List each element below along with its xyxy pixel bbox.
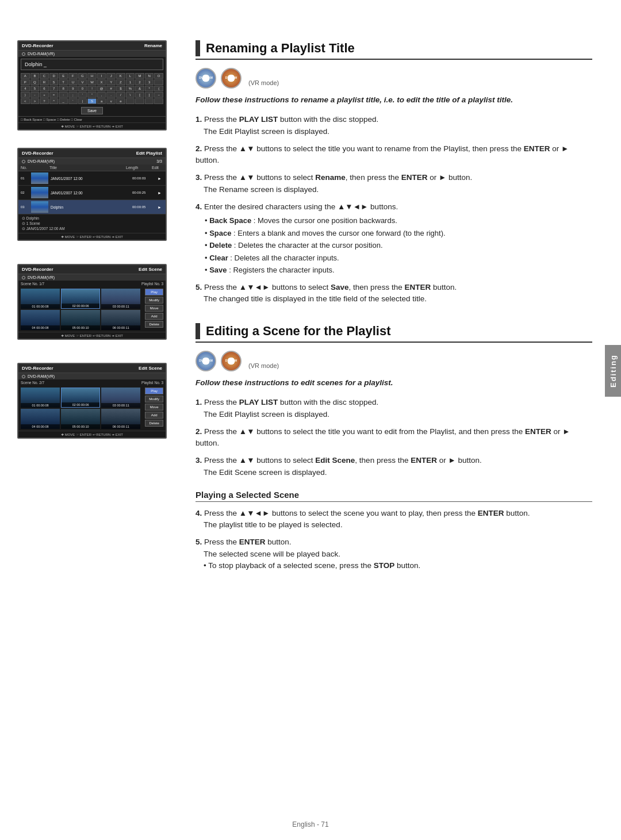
add-btn-1[interactable]: Add <box>145 313 163 320</box>
step-1-5: 5. Press the ▲▼◄► buttons to select Save… <box>195 282 592 305</box>
char-N: N <box>145 73 154 79</box>
playlist-row-1: 01 JAN/01/2007 12:00 00:00:03 ► <box>18 171 166 186</box>
legend-row: □ Back Space □ Space □ Delete □ Clear <box>18 116 166 122</box>
scene-thumb-s4: 04 00:00:08 <box>21 409 60 429</box>
edit-playlist-subheader: DVD-RAM(VR) 3/3 <box>18 158 166 164</box>
char-W: W <box>87 79 97 85</box>
char-xx1 <box>126 98 135 104</box>
char-lb: [ <box>135 92 144 98</box>
rename-input: Dolphin _ <box>21 59 163 70</box>
char-dollar: $ <box>116 86 125 91</box>
char-T: T <box>59 79 68 85</box>
char-caret: ^ <box>49 98 59 104</box>
section-rename: Renaming a Playlist Title DVD-RAM DVD-RW… <box>195 40 592 305</box>
char-I: I <box>97 73 106 79</box>
vr-mode-label-2: (VR mode) <box>248 362 279 369</box>
nav-row-2: ❖ MOVE ☞ ENTER ↩ RETURN ↠ EXIT <box>18 233 166 240</box>
rename-screen-title: DVD-Recorder <box>22 43 53 48</box>
playlist-table-header: No. Title Length Edit <box>18 164 166 171</box>
char-5: 5 <box>30 86 40 91</box>
char-F: F <box>68 73 78 79</box>
section-header-bar-icon <box>195 40 200 56</box>
delete-btn-2[interactable]: Delete <box>145 420 163 427</box>
modify-btn-2[interactable]: Modify <box>145 396 163 402</box>
char-space <box>154 79 163 85</box>
char-tilde: ~ <box>154 92 163 98</box>
scene-grid-1: 01 00:00:08 02 00:00:06 03 00:00:11 04 0… <box>18 287 143 332</box>
char-comma: , <box>97 92 106 98</box>
char-B: B <box>30 73 40 79</box>
char-V: V <box>78 79 87 85</box>
rename-screen-subheader: DVD-RAM(VR) <box>18 51 166 57</box>
char-xx4 <box>154 98 163 104</box>
dvd-rw-mode-icon: DVD-RW <box>221 68 241 89</box>
section2-intro: Follow these instructions to edit scenes… <box>195 377 592 389</box>
thumb-2 <box>31 187 48 198</box>
section-edit-scene: Editing a Scene for the Playlist DVD-RAM… <box>195 323 592 571</box>
nav-row-3: ❖ MOVE ☞ ENTER ↩ RETURN ↠ EXIT <box>18 332 166 339</box>
char-exc: ! <box>87 86 97 91</box>
dvd-ram-mode-icon-2: DVD-RAM <box>195 351 216 371</box>
char-3: 3 <box>145 79 154 85</box>
section1-intro: Follow these instructions to rename a pl… <box>195 94 592 106</box>
char-dquote: " <box>87 92 97 98</box>
scene-content-2: 01 00:00:08 02 00:00:06 03 00:00:11 04 0… <box>18 386 166 431</box>
thumb-3 <box>31 201 48 213</box>
move-btn-2[interactable]: Move <box>145 404 163 411</box>
dvd-rw-disc-icon-2: DVD-RW <box>221 351 241 371</box>
edit-scene-header-2: DVD-Recorder Edit Scene <box>18 364 166 373</box>
char-slash: / <box>116 92 125 98</box>
step-1-2: 2. Press the ▲▼ buttons to select the ti… <box>195 143 592 167</box>
playlist-row-2: 02 JAN/01/2007 12:00 00:00:25 ► <box>18 186 166 200</box>
dvd-rw-disc-icon: DVD-RW <box>221 68 241 89</box>
substep-save: Save : Registers the character inputs. <box>205 264 592 276</box>
modify-btn-1[interactable]: Modify <box>145 297 163 304</box>
scene-thumb-s5: 05 00:00:10 <box>61 409 100 429</box>
scene-thumb-6: 06 00:00:11 <box>101 310 140 330</box>
add-btn-2[interactable]: Add <box>145 412 163 419</box>
nav-row-4: ❖ MOVE ☞ ENTER ↩ RETURN ↠ EXIT <box>18 431 166 438</box>
scene-thumb-s6: 06 00:00:11 <box>101 409 140 429</box>
char-Y: Y <box>106 79 116 85</box>
mode-icons-2: DVD-RAM DVD-RW (VR mode) <box>195 351 592 371</box>
char-rp: ) <box>21 92 30 98</box>
step-1-3: 3. Press the ▲▼ buttons to select Rename… <box>195 172 592 195</box>
save-button[interactable]: Save <box>81 107 103 114</box>
dvd-ram-mode-icon: DVD-RAM <box>195 68 216 89</box>
char-xx2 <box>135 98 144 104</box>
char-Q: Q <box>30 79 40 85</box>
char-9: 9 <box>68 86 78 91</box>
subsection-steps: 4. Press the ▲▼◄► buttons to select the … <box>195 508 592 571</box>
section-edit-scene-title: Editing a Scene for the Playlist <box>206 324 391 339</box>
char-star: * <box>145 86 154 91</box>
char-D: D <box>49 73 59 79</box>
move-btn-1[interactable]: Move <box>145 305 163 312</box>
char-2: 2 <box>135 79 144 85</box>
char-colon: : <box>59 92 68 98</box>
scene-info-row-1: Scene No. 1/7 Playlist No. 3 <box>18 281 166 287</box>
scene-thumb-1: 01 00:00:08 <box>21 289 60 309</box>
char-4: 4 <box>21 86 30 91</box>
delete-btn-1[interactable]: Delete <box>145 321 163 328</box>
step-sub-4: 4. Press the ▲▼◄► buttons to select the … <box>195 508 592 531</box>
char-at: @ <box>97 86 106 91</box>
char-S: S <box>49 79 59 85</box>
step-1-4-substeps: Back Space : Moves the cursor one positi… <box>195 215 592 276</box>
scene-actions-1: Play Modify Move Add Delete <box>143 287 166 332</box>
scene-content-1: 01 00:00:08 02 00:00:06 03 00:00:11 04 0… <box>18 287 166 332</box>
play-btn-2[interactable]: Play <box>145 388 163 394</box>
subsection-title: Playing a Selected Scene <box>195 490 592 500</box>
edit-scene-screen-mockup-2: DVD-Recorder Edit Scene DVD-RAM(VR) Scen… <box>17 363 167 439</box>
section2-steps: 1. Press the PLAY LIST button with the d… <box>195 397 592 478</box>
dvd-rw-mode-icon-2: DVD-RW <box>221 351 241 371</box>
char-v2: v <box>106 98 116 104</box>
char-under: _ <box>59 98 68 104</box>
char-U: U <box>68 79 78 85</box>
scene-thumb-s3: 03 00:00:11 <box>101 388 140 408</box>
char-H: H <box>87 73 97 79</box>
thumb-1 <box>31 172 48 184</box>
scene-thumb-s2: 02 00:00:06 <box>61 388 100 408</box>
char-dot: . <box>106 92 116 98</box>
editing-sidebar-tab: Editing <box>605 345 621 397</box>
play-btn-1[interactable]: Play <box>145 289 163 296</box>
